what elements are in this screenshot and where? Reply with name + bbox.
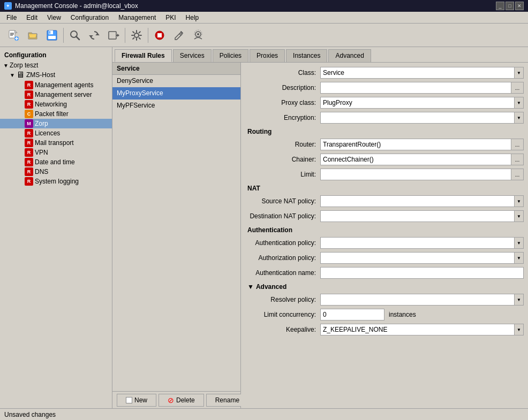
- chainer-row: Chainer: ...: [245, 154, 524, 165]
- sidebar-item-mail-transport[interactable]: R Mail transport: [0, 138, 112, 148]
- dest-nat-row: Destination NAT policy: ▼: [245, 210, 524, 222]
- resolver-label: Resolver policy:: [245, 296, 320, 303]
- encryption-label: Encryption:: [245, 114, 320, 121]
- authz-policy-select[interactable]: [320, 252, 524, 264]
- toolbar-search-button[interactable]: [66, 26, 84, 44]
- expand-icon[interactable]: ▼: [9, 71, 16, 79]
- auth-header: Authentication: [245, 226, 524, 234]
- chainer-input[interactable]: [320, 154, 511, 165]
- sidebar-item-date-and-time[interactable]: R Date and time: [0, 157, 112, 167]
- service-item-myproxyservice[interactable]: MyProxyService: [112, 87, 240, 100]
- tab-services[interactable]: Services: [173, 49, 212, 62]
- service-item-denyservice[interactable]: DenyService: [112, 75, 240, 87]
- menu-edit[interactable]: Edit: [22, 13, 42, 22]
- router-browse-button[interactable]: ...: [511, 139, 524, 150]
- description-row: Description: ...: [245, 82, 524, 94]
- status-text: Unsaved changes: [4, 411, 56, 418]
- sidebar-item-management-agents[interactable]: R Management agents: [0, 80, 112, 90]
- proxy-class-select[interactable]: PlugProxy: [320, 97, 524, 109]
- description-input[interactable]: [320, 82, 511, 94]
- auth-name-row: Authentication name:: [245, 267, 524, 279]
- class-select[interactable]: Service: [320, 67, 524, 79]
- new-icon: [126, 397, 132, 403]
- menu-file[interactable]: File: [2, 13, 21, 22]
- router-row: Router: ...: [245, 139, 524, 150]
- delete-icon: ⊘: [168, 396, 174, 404]
- r-icon: R: [25, 139, 33, 147]
- r-icon: R: [25, 158, 33, 166]
- limit-input[interactable]: [320, 169, 511, 180]
- app-icon: ✦: [4, 2, 12, 10]
- router-input[interactable]: [320, 139, 511, 150]
- main-container: Configuration ▼ Zorp teszt ▼ 🖥 ZMS-Host …: [0, 47, 528, 408]
- keepalive-label: Keepalive:: [245, 326, 320, 333]
- delete-button[interactable]: ⊘ Delete: [159, 394, 204, 407]
- auth-policy-select[interactable]: [320, 237, 524, 249]
- limit-label: Limit:: [245, 171, 320, 178]
- toolbar-open-button[interactable]: [24, 26, 42, 44]
- advanced-header[interactable]: ▼ Advanced: [245, 283, 524, 291]
- sidebar-item-zorp-teszt[interactable]: ▼ Zorp teszt: [0, 61, 112, 70]
- limit-concurrency-label: Limit concurrency:: [245, 311, 320, 318]
- service-list-items: DenyService MyProxyService MyPFService: [112, 75, 240, 391]
- maximize-button[interactable]: □: [506, 2, 514, 10]
- tab-instances[interactable]: Instances: [286, 49, 327, 62]
- source-nat-label: Source NAT policy:: [245, 197, 320, 205]
- sidebar-item-zorp[interactable]: M Zorp: [0, 119, 112, 128]
- toolbar-stop-button[interactable]: [150, 26, 169, 44]
- tab-advanced[interactable]: Advanced: [328, 49, 371, 62]
- keepalive-select[interactable]: Z_KEEPALIVE_NONE: [320, 324, 524, 335]
- sidebar-item-licences[interactable]: R Licences: [0, 128, 112, 138]
- tab-firewall-rules[interactable]: Firewall Rules: [115, 49, 172, 62]
- menu-management[interactable]: Management: [114, 13, 160, 22]
- sidebar-item-system-logging[interactable]: R System logging: [0, 177, 112, 186]
- encryption-row: Encryption: ▼: [245, 112, 524, 124]
- minimize-button[interactable]: _: [496, 2, 504, 10]
- expand-icon[interactable]: ▼: [2, 62, 10, 69]
- tab-proxies[interactable]: Proxies: [250, 49, 285, 62]
- description-browse-button[interactable]: ...: [511, 82, 524, 94]
- toolbar-import-button[interactable]: [104, 26, 123, 44]
- toolbar-edit-button[interactable]: [170, 26, 188, 44]
- toolbar-settings-button[interactable]: [127, 26, 146, 44]
- limit-concurrency-input[interactable]: [320, 309, 384, 320]
- menu-pki[interactable]: PKI: [161, 13, 180, 22]
- encryption-select[interactable]: [320, 112, 524, 124]
- service-item-mypfservice[interactable]: MyPFService: [112, 100, 240, 112]
- c-icon: C: [25, 110, 33, 118]
- auth-policy-row: Authentication policy: ▼: [245, 237, 524, 249]
- dest-nat-select[interactable]: [320, 210, 524, 222]
- resolver-select[interactable]: [320, 294, 524, 306]
- source-nat-dropdown-wrapper: ▼: [320, 195, 524, 207]
- sidebar-item-zms-host[interactable]: ▼ 🖥 ZMS-Host: [0, 70, 112, 80]
- sidebar-item-vpn[interactable]: R VPN: [0, 148, 112, 157]
- menu-help[interactable]: Help: [182, 13, 203, 22]
- window-controls[interactable]: _ □ ✕: [496, 2, 524, 10]
- dest-nat-label: Destination NAT policy:: [245, 212, 320, 220]
- svg-line-23: [179, 34, 181, 35]
- status-bar: Unsaved changes: [0, 408, 528, 420]
- svg-marker-19: [117, 34, 119, 37]
- service-list-header: Service: [112, 63, 240, 75]
- svg-marker-2: [15, 30, 17, 33]
- auth-name-input[interactable]: [320, 267, 524, 279]
- close-button[interactable]: ✕: [515, 2, 524, 10]
- menu-configuration[interactable]: Configuration: [66, 13, 113, 22]
- toolbar-save-button[interactable]: [43, 26, 61, 44]
- r-icon: R: [25, 148, 33, 157]
- proxy-class-row: Proxy class: PlugProxy ▼: [245, 97, 524, 109]
- limit-browse-button[interactable]: ...: [511, 169, 524, 180]
- toolbar-new-button[interactable]: [4, 26, 22, 44]
- chainer-browse-button[interactable]: ...: [511, 154, 524, 165]
- sidebar-item-management-server[interactable]: R Management server: [0, 90, 112, 100]
- sidebar-item-packet-filter[interactable]: C Packet filter: [0, 109, 112, 119]
- sidebar-item-dns[interactable]: R DNS: [0, 167, 112, 177]
- new-button[interactable]: New: [117, 394, 156, 407]
- tab-policies[interactable]: Policies: [213, 49, 248, 62]
- toolbar-audit-button[interactable]: [189, 26, 207, 44]
- source-nat-select[interactable]: [320, 195, 524, 207]
- menu-view[interactable]: View: [43, 13, 65, 22]
- sidebar-item-networking[interactable]: R Networking: [0, 100, 112, 109]
- svg-rect-11: [49, 31, 50, 34]
- toolbar-refresh-button[interactable]: [85, 26, 103, 44]
